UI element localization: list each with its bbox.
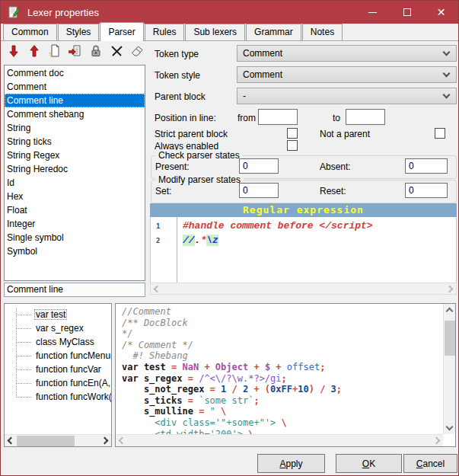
move-up-button[interactable] (26, 43, 42, 59)
tab[interactable]: Notes (302, 24, 343, 40)
chevron-down-icon (443, 70, 451, 78)
maximize-icon (403, 8, 411, 16)
clear-button[interactable] (129, 43, 145, 59)
list-item[interactable]: Comment doc (5, 66, 145, 80)
scroll-left-icon[interactable] (8, 437, 15, 445)
regex-editor[interactable]: 1 2 #handle comment before </script> //.… (150, 217, 457, 283)
scrollbar-thumb[interactable] (445, 321, 455, 356)
add-item-button[interactable] (46, 43, 62, 59)
parent-block-label: Parent block (155, 91, 206, 102)
tree-item-label: var s_regex (34, 323, 85, 334)
token-type-select[interactable]: Comment (237, 45, 457, 62)
list-item[interactable]: Float (5, 203, 145, 217)
tree-item[interactable]: function funcMenu() (5, 349, 111, 363)
scroll-right-icon[interactable] (433, 437, 441, 445)
scroll-down-icon[interactable] (446, 423, 454, 431)
tab[interactable]: Parser (100, 22, 143, 41)
present-input[interactable] (239, 158, 279, 174)
delete-item-button[interactable] (108, 43, 124, 59)
titlebar: Lexer properties ✕ (1, 1, 458, 24)
tree-item[interactable]: var test (5, 308, 111, 321)
code-vscrollbar[interactable] (443, 304, 455, 434)
code-line: var test = NaN + Object + $ + offset; (122, 362, 442, 373)
token-rules-list[interactable]: Comment docCommentComment lineComment sh… (4, 65, 145, 281)
strict-parent-label: Strict parent block (155, 129, 228, 139)
scroll-left-icon[interactable] (119, 437, 126, 445)
set-input[interactable] (239, 183, 279, 198)
position-from-input[interactable] (258, 109, 298, 125)
position-to-input[interactable] (346, 109, 385, 125)
regex-header: Regular expression (150, 203, 457, 217)
minimize-icon (368, 12, 377, 13)
regex-gutter: 1 2 (151, 217, 177, 283)
list-item[interactable]: Single symbol (5, 231, 145, 244)
tree-item[interactable]: class MyClass (5, 335, 111, 349)
token-type-value: Comment (243, 48, 282, 59)
tab[interactable]: Rules (145, 24, 185, 40)
parent-block-select[interactable]: - (237, 88, 457, 104)
minimize-button[interactable] (355, 1, 390, 24)
reset-input[interactable] (405, 183, 448, 198)
absent-input[interactable] (405, 158, 448, 174)
list-item[interactable]: String (5, 121, 145, 135)
tab[interactable]: Grammar (246, 24, 301, 40)
tab[interactable]: Common (3, 24, 57, 40)
list-item[interactable]: String Heredoc (5, 162, 145, 176)
tree-item-label: var test (34, 309, 67, 320)
code-line: */ (122, 328, 442, 340)
tab[interactable]: Styles (58, 24, 100, 40)
token-style-select[interactable]: Comment (237, 66, 457, 83)
ok-button[interactable]: OK (336, 454, 402, 473)
tree-item[interactable]: function funcVar (5, 363, 111, 376)
new-item-icon (47, 43, 62, 59)
close-button[interactable]: ✕ (424, 1, 458, 24)
code-line: <td width='200'> \ (122, 429, 442, 434)
not-a-parent-checkbox[interactable] (435, 128, 445, 139)
code-line: #! Shebang (122, 350, 442, 362)
copy-item-button[interactable] (67, 43, 83, 59)
list-item[interactable]: String ticks (5, 135, 145, 149)
strict-parent-checkbox[interactable] (287, 128, 298, 139)
tree-item[interactable]: var s_regex (5, 321, 111, 335)
code-hscrollbar[interactable] (116, 434, 443, 446)
code-line: <div class='"+some+"'> \ (122, 417, 442, 429)
cancel-button[interactable]: Cancel (403, 454, 457, 473)
chevron-down-icon (443, 91, 451, 99)
list-item[interactable]: Comment shebang (5, 107, 145, 121)
scroll-up-icon[interactable] (446, 308, 454, 315)
always-enabled-checkbox[interactable] (287, 140, 298, 151)
list-item[interactable]: Comment line (5, 94, 145, 107)
symbols-tree[interactable]: var test var s_regex class MyClass funct… (4, 303, 112, 447)
list-item[interactable]: Id (5, 176, 145, 190)
scroll-left-icon[interactable] (154, 286, 161, 293)
maximize-button[interactable] (390, 1, 424, 24)
list-item[interactable]: Symbol (5, 244, 145, 258)
from-label: from (237, 113, 256, 123)
lock-button[interactable] (88, 43, 104, 59)
scroll-right-icon[interactable] (446, 286, 454, 293)
list-item[interactable]: Comment (5, 80, 145, 94)
tab[interactable]: Sub lexers (185, 24, 245, 40)
tree-hscrollbar[interactable] (5, 434, 111, 446)
tree-branch-icon (16, 328, 31, 329)
scroll-right-icon[interactable] (101, 437, 109, 445)
regex-hscrollbar[interactable] (150, 283, 457, 295)
list-item[interactable]: Hex (5, 190, 145, 203)
tree-item[interactable]: function funcWork() (5, 390, 111, 404)
sample-code-editor[interactable]: //Comment/** DocBlock*//* Comment */ #! … (115, 303, 456, 447)
move-up-icon (27, 43, 42, 59)
code-line: /* Comment */ (122, 340, 442, 351)
list-item[interactable]: String Regex (5, 149, 145, 162)
move-down-button[interactable] (5, 43, 21, 59)
check-parser-states-title: Check parser states (155, 150, 243, 161)
absent-label: Absent: (320, 161, 351, 172)
tree-rows: var test var s_regex class MyClass funct… (5, 308, 111, 404)
scrollbar-thumb[interactable] (17, 436, 75, 446)
list-item[interactable]: Integer (5, 217, 145, 231)
move-down-icon (6, 43, 21, 59)
code-line: s_not_regex = 1 / 2 + (0xFF+10) / 3; (122, 384, 442, 395)
regex-line: #handle comment before </script> (183, 220, 373, 232)
tree-item[interactable]: function funcEn(A, c (5, 376, 111, 390)
apply-button[interactable]: Apply (257, 454, 325, 473)
app-icon (8, 5, 21, 19)
